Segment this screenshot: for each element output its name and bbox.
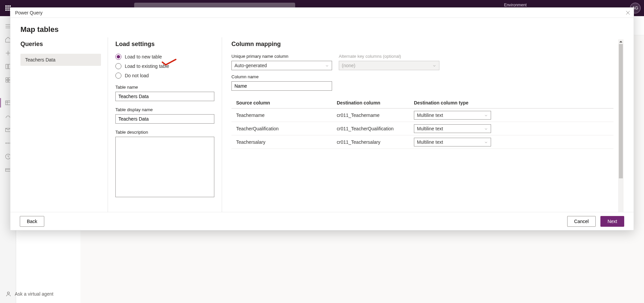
radio-icon <box>115 73 121 79</box>
alt-key-label: Alternate key columns (optional) <box>339 54 439 59</box>
cell-source: Teachername <box>236 113 337 118</box>
next-button[interactable]: Next <box>600 216 624 227</box>
cell-source: TeacherQualification <box>236 126 337 131</box>
queries-panel: Queries Teachers Data <box>20 37 108 230</box>
dest-type-dropdown[interactable]: Multiline text <box>414 124 491 133</box>
cell-dest: cr011_Teachername <box>337 113 414 118</box>
bot-icon <box>5 291 11 297</box>
table-name-label: Table name <box>115 85 214 90</box>
alt-key-value: (none) <box>342 63 355 68</box>
chevron-down-icon <box>484 140 488 144</box>
table-header-row: Source column Destination column Destina… <box>231 97 613 109</box>
column-name-input[interactable] <box>231 81 332 91</box>
cell-source: Teachersalary <box>236 139 337 145</box>
alt-key-dropdown: (none) <box>339 61 439 70</box>
column-mapping-panel: Column mapping Unique primary name colum… <box>222 37 624 230</box>
svg-point-0 <box>5 143 6 144</box>
table-row: Teachername cr011_Teachername Multiline … <box>231 109 613 122</box>
dest-type-value: Multiline text <box>417 126 443 131</box>
table-description-label: Table description <box>115 130 214 135</box>
back-button[interactable]: Back <box>20 216 44 227</box>
scrollbar[interactable] <box>618 39 624 228</box>
scroll-up-icon[interactable] <box>618 39 624 44</box>
dest-type-dropdown[interactable]: Multiline text <box>414 138 491 146</box>
header-type: Destination column type <box>414 100 609 105</box>
table-row: TeacherQualification cr011_TeacherQualif… <box>231 122 613 135</box>
power-query-modal: Power Query Map tables Queries Teachers … <box>10 7 634 230</box>
radio-do-not-load[interactable]: Do not load <box>115 73 214 79</box>
modal-title: Power Query <box>15 10 43 15</box>
page-title: Map tables <box>10 18 634 37</box>
primary-name-label: Unique primary name column <box>231 54 332 59</box>
table-display-name-input[interactable] <box>115 114 214 124</box>
radio-label: Do not load <box>125 73 149 78</box>
table-description-input[interactable] <box>115 137 214 197</box>
mapping-table: Source column Destination column Destina… <box>231 97 613 149</box>
scroll-thumb[interactable] <box>619 44 623 178</box>
close-button[interactable] <box>625 10 631 16</box>
chevron-down-icon <box>484 127 488 131</box>
radio-label: Load to new table <box>125 54 162 59</box>
chevron-down-icon <box>432 63 436 68</box>
primary-name-dropdown[interactable]: Auto-generated <box>231 61 332 70</box>
modal-titlebar: Power Query <box>10 8 634 18</box>
table-row: Teachersalary cr011_Teachersalary Multil… <box>231 135 613 149</box>
svg-point-1 <box>7 143 8 144</box>
queries-heading: Queries <box>20 41 108 48</box>
load-settings-panel: Load settings Load to new table Load to … <box>108 37 222 230</box>
chevron-down-icon <box>484 113 488 117</box>
load-settings-heading: Load settings <box>115 41 214 48</box>
environment-label: Environment <box>504 3 527 7</box>
radio-icon <box>115 54 121 60</box>
dest-type-dropdown[interactable]: Multiline text <box>414 111 491 120</box>
primary-name-value: Auto-generated <box>234 63 267 68</box>
query-item[interactable]: Teachers Data <box>20 54 101 66</box>
chevron-down-icon <box>325 63 329 68</box>
modal-footer: Back Cancel Next <box>10 212 634 230</box>
svg-point-4 <box>7 292 9 294</box>
column-mapping-heading: Column mapping <box>231 41 624 48</box>
annotation-check-icon <box>161 58 177 66</box>
table-display-name-label: Table display name <box>115 107 214 112</box>
column-name-label: Column name <box>231 74 332 79</box>
cancel-button[interactable]: Cancel <box>567 216 596 227</box>
virtual-agent-label: Ask a virtual agent <box>15 291 53 297</box>
radio-icon <box>115 63 121 69</box>
cell-dest: cr011_Teachersalary <box>337 139 414 145</box>
header-dest: Destination column <box>337 100 414 105</box>
header-source: Source column <box>236 100 337 105</box>
dest-type-value: Multiline text <box>417 113 443 118</box>
table-name-input[interactable] <box>115 92 214 101</box>
dest-type-value: Multiline text <box>417 139 443 145</box>
close-icon <box>625 10 631 16</box>
cell-dest: cr011_TeacherQualification <box>337 126 414 131</box>
virtual-agent-link[interactable]: Ask a virtual agent <box>5 291 53 297</box>
